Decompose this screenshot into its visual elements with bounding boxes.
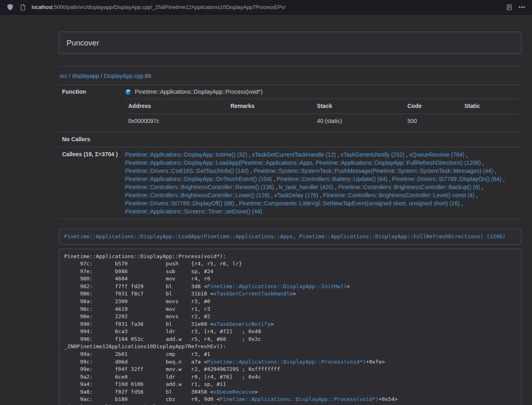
callee-separator: ,	[334, 184, 338, 190]
callee-link[interactable]: xQueueReceive (764)	[409, 151, 464, 158]
function-type-icon	[125, 89, 131, 95]
column-code: Code	[404, 99, 461, 114]
divider	[59, 66, 521, 67]
browser-toolbar: localhost:5000/path/src/displayapp/Displ…	[0, 0, 532, 15]
cell-static	[461, 114, 518, 129]
callee-link[interactable]: Pinetime::Controllers::Battery::Update()…	[277, 176, 388, 182]
page-container: Puncover src / displayapp / DisplayApp.c…	[59, 32, 521, 405]
callee-link[interactable]: xTaskGenericNotify (252)	[340, 151, 404, 158]
breadcrumb: src / displayapp / DisplayApp.cpp:86	[59, 71, 521, 81]
callee-separator: ,	[464, 151, 467, 158]
cell-address: 0x0000097c	[125, 114, 227, 129]
callee-separator: ,	[481, 159, 484, 166]
callee-link[interactable]: Pinetime::Drivers::St7789::DisplayOff() …	[125, 200, 234, 207]
cell-code: 500	[404, 114, 461, 129]
callee-separator: ,	[272, 176, 277, 182]
breadcrumb-link[interactable]: displayapp	[72, 73, 99, 79]
page-icon[interactable]	[18, 3, 27, 12]
cell-stack: 40 (static)	[314, 114, 404, 129]
callee-link[interactable]: Pinetime::Drivers::St7789::DisplayOn() (…	[392, 176, 501, 182]
cell-remarks	[227, 114, 314, 129]
address-table-header: Address Remarks Stack Code Static	[125, 99, 518, 114]
page-title: Puncover	[67, 39, 99, 47]
code-symbol-link[interactable]: xQueueReceive	[213, 389, 255, 395]
callee-separator: ,	[318, 192, 323, 198]
no-callers-row: No Callers	[59, 132, 521, 147]
callee-separator: ,	[502, 176, 505, 182]
callee-separator: ,	[274, 184, 279, 190]
callee-link[interactable]: Pinetime::Applications::DisplayApp::OnTo…	[125, 176, 272, 182]
callee-link[interactable]: Pinetime::Applications::DisplayApp::Load…	[125, 159, 481, 166]
callees-row: Callees (19, Σ=3704 ) Pinetime::Applicat…	[59, 147, 521, 219]
ellipsis-dots	[521, 6, 523, 8]
menu-icon[interactable]	[517, 3, 526, 12]
callee-link[interactable]: Pinetime::Controllers::BrightnessControl…	[338, 184, 480, 190]
function-row: Function Pinetime::Applications::Display…	[59, 85, 521, 132]
callee-separator: ,	[269, 192, 274, 198]
callee-link[interactable]: Pinetime::Controllers::BrightnessControl…	[323, 192, 474, 198]
callee-separator: ,	[247, 151, 252, 158]
column-address: Address	[125, 99, 227, 114]
callee-link[interactable]: Pinetime::Components::LittleVgl::SetNewT…	[239, 200, 460, 207]
code-symbol-link[interactable]: Pinetime::Applications::DisplayApp::Init…	[207, 283, 347, 289]
code-symbol-link[interactable]: xTaskGenericNotify	[213, 321, 271, 327]
url-bar[interactable]: localhost:5000/path/src/displayapp/Displ…	[32, 4, 501, 10]
callee-separator: ,	[405, 151, 409, 158]
column-remarks: Remarks	[227, 99, 314, 114]
code-symbol-link[interactable]: xTaskGetCurrentTaskHandle	[213, 291, 293, 297]
address-table: Address Remarks Stack Code Static 0x0000…	[125, 99, 518, 129]
callee-separator: ,	[480, 184, 483, 190]
highlighted-symbol-link[interactable]: Pinetime::Applications::DisplayApp::Load…	[64, 233, 506, 239]
callee-link[interactable]: xTaskGetCurrentTaskHandle (12)	[252, 151, 336, 158]
callee-link[interactable]: Pinetime::Applications::Screens::Timer::…	[125, 208, 262, 215]
function-name: Pinetime::Applications::DisplayApp::Proc…	[135, 88, 263, 96]
breadcrumb-line-number: :86	[143, 73, 151, 79]
breadcrumb-link[interactable]: DisplayApp.cpp	[104, 73, 143, 79]
callees-list: Pinetime::Applications::DisplayApp::Init…	[125, 151, 518, 215]
callee-separator: ,	[474, 192, 478, 198]
callee-separator: ,	[234, 200, 239, 207]
callee-separator: ,	[460, 200, 463, 207]
callee-link[interactable]: Pinetime::System::SystemTask::PushMessag…	[254, 168, 493, 174]
callees-label: Callees (19, Σ=3704 )	[59, 147, 122, 219]
callee-link[interactable]: Pinetime::Drivers::Cst816S::GetTouchInfo…	[125, 168, 249, 174]
code-symbol-link[interactable]: Pinetime::Applications::DisplayApp::Proc…	[220, 396, 379, 402]
shield-icon[interactable]	[6, 3, 15, 12]
function-label: Function	[59, 85, 122, 132]
app-title-panel: Puncover	[59, 32, 521, 54]
table-row: 0x0000097c 40 (static) 500	[125, 114, 518, 129]
callee-separator: ,	[249, 168, 254, 174]
callee-link[interactable]: Pinetime::Applications::DisplayApp::Init…	[125, 151, 247, 158]
breadcrumb-separator: /	[67, 73, 72, 79]
callee-link[interactable]: Pinetime::Controllers::BrightnessControl…	[125, 184, 274, 190]
column-static: Static	[461, 99, 518, 114]
code-symbol-link[interactable]: Pinetime::Applications::DisplayApp::Proc…	[207, 359, 366, 365]
callee-link[interactable]: lv_task_handler (420)	[279, 184, 334, 190]
callee-link[interactable]: Pinetime::Controllers::BrightnessControl…	[125, 192, 269, 198]
url-path: :5000/path/src/displayapp/DisplayApp.cpp…	[52, 4, 286, 10]
column-stack: Stack	[314, 99, 404, 114]
callee-separator: ,	[493, 168, 496, 174]
no-callers-label: No Callers	[59, 132, 122, 147]
function-title: Pinetime::Applications::DisplayApp::Proc…	[125, 88, 518, 96]
callee-link[interactable]: vTaskDelay (176)	[274, 192, 318, 198]
breadcrumb-link[interactable]: src	[60, 73, 67, 79]
highlighted-symbol-box: Pinetime::Applications::DisplayApp::Load…	[59, 229, 521, 245]
url-host: localhost	[32, 4, 52, 10]
callee-separator: ,	[336, 151, 341, 158]
reader-view-icon[interactable]	[505, 3, 514, 12]
callee-separator: ,	[388, 176, 392, 182]
breadcrumb-separator: /	[99, 73, 104, 79]
disassembly-pre: Pinetime::Applications::DisplayApp::Proc…	[59, 249, 521, 405]
function-table: Function Pinetime::Applications::Display…	[59, 84, 521, 219]
